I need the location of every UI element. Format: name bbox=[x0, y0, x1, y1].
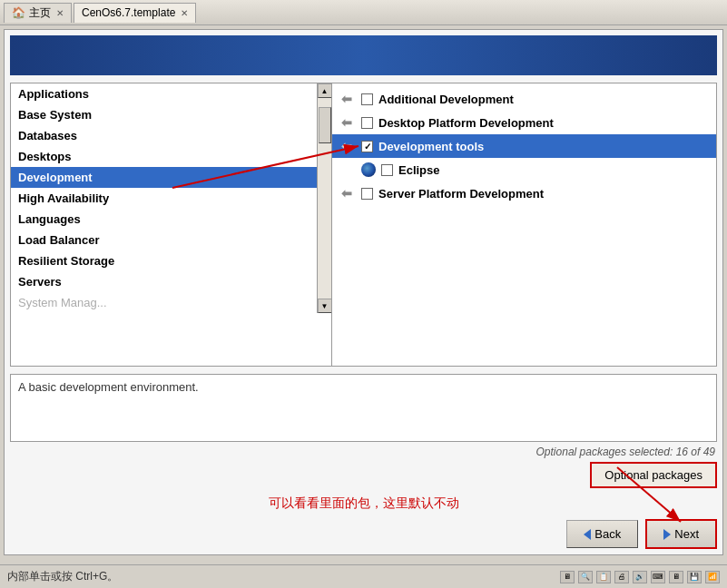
description-text: A basic development environment. bbox=[18, 380, 199, 394]
tab-template-label: CenOs6.7.template bbox=[82, 6, 175, 19]
back-button-label: Back bbox=[594, 527, 621, 541]
category-panel-row: Applications Base System Databases Deskt… bbox=[11, 83, 331, 313]
nav-buttons: Back Next bbox=[10, 519, 717, 549]
description-area: A basic development environment. Optiona… bbox=[10, 374, 717, 458]
optional-packages-count: Optional packages selected: 16 of 49 bbox=[536, 446, 715, 458]
buttons-row: Optional packages bbox=[10, 462, 717, 488]
category-item-desktops[interactable]: Desktops bbox=[11, 146, 317, 167]
package-item-additional-dev[interactable]: ⬅ Additional Development bbox=[332, 87, 716, 111]
tab-home-close[interactable]: ✕ bbox=[56, 8, 64, 18]
tab-home[interactable]: 🏠 主页 ✕ bbox=[4, 3, 72, 23]
category-item-languages[interactable]: Languages bbox=[11, 209, 317, 230]
pkg-arrow-icon-3: ⬅ bbox=[341, 139, 356, 153]
status-icon-3: 📋 bbox=[596, 571, 611, 583]
pkg-label-eclipse: Eclipse bbox=[398, 163, 440, 177]
status-icon-4: 🖨 bbox=[614, 571, 629, 583]
tab-home-label: 主页 bbox=[29, 5, 51, 21]
category-panel: Applications Base System Databases Deskt… bbox=[10, 83, 332, 367]
package-list: ⬅ Additional Development ⬅ Desktop Platf… bbox=[332, 83, 716, 209]
pkg-checkbox-server-platform[interactable] bbox=[361, 188, 373, 200]
status-icon-2: 🔍 bbox=[578, 571, 593, 583]
status-icon-9: 📶 bbox=[705, 571, 720, 583]
category-scrollbar[interactable]: ▲ ▼ bbox=[317, 83, 331, 313]
package-item-dev-tools[interactable]: ⬅ Development tools bbox=[332, 134, 716, 158]
category-item-high-availability[interactable]: High Availability bbox=[11, 188, 317, 209]
back-button[interactable]: Back bbox=[566, 520, 638, 548]
status-icons: 🖥 🔍 📋 🖨 🔊 ⌨ 🖥 💾 📶 bbox=[560, 571, 720, 583]
spacer-eclipse bbox=[341, 163, 356, 177]
category-item-base-system[interactable]: Base System bbox=[11, 104, 317, 125]
pkg-label-dev-tools: Development tools bbox=[378, 140, 484, 153]
scroll-track bbox=[318, 98, 331, 299]
tab-template-close[interactable]: ✕ bbox=[181, 8, 188, 18]
package-panel: ⬅ Additional Development ⬅ Desktop Platf… bbox=[332, 83, 717, 367]
package-area: Applications Base System Databases Deskt… bbox=[10, 83, 717, 367]
status-icon-5: 🔊 bbox=[633, 571, 647, 583]
top-bar bbox=[10, 35, 717, 75]
description-box: A basic development environment. bbox=[10, 374, 717, 442]
category-item-servers[interactable]: Servers bbox=[11, 271, 317, 292]
pkg-checkbox-additional-dev[interactable] bbox=[361, 93, 373, 105]
category-item-databases[interactable]: Databases bbox=[11, 125, 317, 146]
pkg-label-additional-dev: Additional Development bbox=[378, 93, 514, 106]
optional-info-text: Optional packages selected: 16 of 49 bbox=[10, 446, 717, 458]
pkg-checkbox-eclipse[interactable] bbox=[381, 164, 393, 176]
annotation-text: 可以看看里面的包，这里默认不动 bbox=[10, 492, 717, 515]
status-text: 内部单击或按 Ctrl+G。 bbox=[7, 569, 118, 584]
pkg-label-desktop-platform: Desktop Platform Development bbox=[378, 116, 554, 130]
next-button[interactable]: Next bbox=[645, 519, 717, 549]
pkg-arrow-icon-4: ⬅ bbox=[341, 186, 356, 201]
titlebar: 🏠 主页 ✕ CenOs6.7.template ✕ bbox=[0, 0, 727, 25]
category-item-applications[interactable]: Applications bbox=[11, 83, 317, 104]
annotation-container: 可以看看里面的包，这里默认不动 bbox=[10, 492, 717, 515]
pkg-label-server-platform: Server Platform Development bbox=[378, 187, 544, 201]
scroll-down-btn[interactable]: ▼ bbox=[318, 299, 332, 313]
pkg-arrow-icon: ⬅ bbox=[341, 92, 356, 106]
eclipse-icon bbox=[361, 162, 376, 177]
main-content: Applications Base System Databases Deskt… bbox=[4, 29, 723, 555]
package-item-server-platform[interactable]: ⬅ Server Platform Development bbox=[332, 181, 716, 205]
status-icon-1: 🖥 bbox=[560, 571, 575, 583]
pkg-checkbox-desktop-platform[interactable] bbox=[361, 117, 373, 129]
pkg-arrow-icon-2: ⬅ bbox=[341, 115, 356, 130]
category-item-development[interactable]: Development bbox=[11, 167, 317, 188]
category-list: Applications Base System Databases Deskt… bbox=[11, 83, 317, 313]
home-icon: 🏠 bbox=[12, 6, 25, 19]
pkg-checkbox-dev-tools[interactable] bbox=[361, 141, 373, 152]
category-item-resilient-storage[interactable]: Resilient Storage bbox=[11, 250, 317, 271]
tab-template[interactable]: CenOs6.7.template ✕ bbox=[74, 3, 196, 23]
status-icon-6: ⌨ bbox=[651, 571, 665, 583]
next-button-label: Next bbox=[674, 527, 699, 541]
status-icon-7: 🖥 bbox=[669, 571, 683, 583]
statusbar: 内部单击或按 Ctrl+G。 🖥 🔍 📋 🖨 🔊 ⌨ 🖥 💾 📶 bbox=[0, 564, 727, 588]
scroll-up-btn[interactable]: ▲ bbox=[318, 83, 332, 98]
package-item-eclipse[interactable]: Eclipse bbox=[332, 158, 716, 181]
next-arrow-icon bbox=[663, 529, 671, 540]
optional-packages-button[interactable]: Optional packages bbox=[590, 462, 717, 488]
category-item-load-balancer[interactable]: Load Balancer bbox=[11, 230, 317, 250]
status-icon-8: 💾 bbox=[687, 571, 702, 583]
category-item-system-mgmt[interactable]: System Manag... bbox=[11, 292, 317, 313]
scroll-thumb[interactable] bbox=[319, 107, 331, 143]
back-arrow-icon bbox=[584, 529, 591, 540]
package-item-desktop-platform[interactable]: ⬅ Desktop Platform Development bbox=[332, 111, 716, 134]
